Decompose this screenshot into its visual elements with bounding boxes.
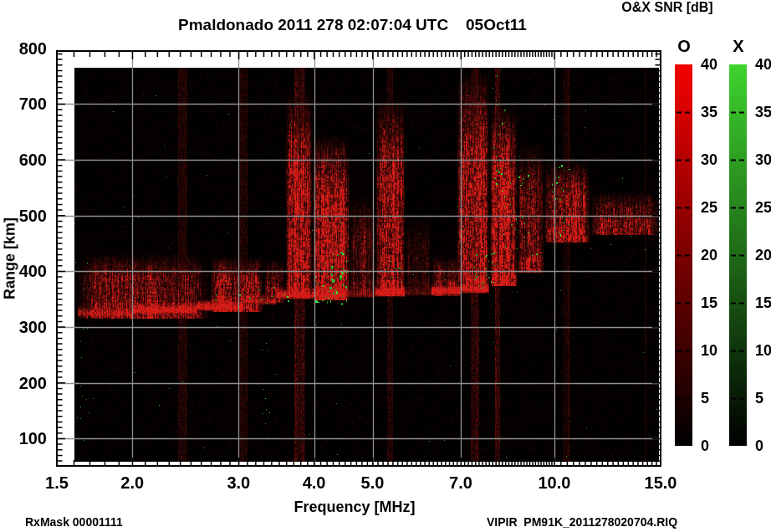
colorbar-o-tick-label: 30: [701, 151, 738, 169]
colorbar-o-tick-label: 0: [701, 437, 738, 455]
x-tick-label: 7.0: [449, 473, 472, 492]
colorbar-o-tick-label: 40: [701, 55, 738, 74]
y-tick-label: 400: [8, 262, 47, 280]
ionogram-plot-page: Pmaldonado 2011 278 02:07:04 UTC 05Oct11…: [0, 0, 771, 532]
x-tick-label: 4.0: [303, 473, 326, 492]
plot-date: 05Oct11: [466, 16, 527, 34]
y-tick-label: 100: [8, 429, 47, 448]
colorbar-o-tick-label: 5: [701, 389, 738, 407]
x-tick-label: 1.5: [45, 473, 69, 492]
x-axis-title: Frequency [MHz]: [294, 499, 415, 516]
ionogram-canvas: [0, 0, 771, 532]
plot-title: Pmaldonado 2011 278 02:07:04 UTC: [178, 16, 448, 34]
y-axis-title: Range [km]: [2, 217, 19, 299]
x-tick-label: 5.0: [361, 473, 385, 492]
y-tick-label: 300: [8, 318, 47, 336]
colorbar-o-tick-label: 25: [701, 198, 738, 217]
x-tick-label: 10.0: [538, 473, 570, 492]
colorbar-x-tick-label: 35: [755, 103, 771, 121]
colorbar-o-tick-label: 35: [701, 103, 738, 121]
colorbar-o-title: O: [677, 37, 691, 56]
colorbar-x-tick-label: 40: [755, 55, 771, 74]
y-tick-label: 700: [8, 95, 47, 113]
colorbar-o-tick-label: 20: [701, 246, 738, 264]
colorbar-o-tick-label: 10: [701, 341, 738, 360]
colorbar-x-tick-label: 0: [755, 437, 771, 455]
y-tick-label: 500: [8, 207, 47, 225]
colorbar-x-tick-label: 30: [755, 151, 771, 169]
colorbar-o-tick-label: 15: [701, 294, 738, 312]
colorbar-x-tick-label: 20: [755, 246, 771, 264]
colorbar-header: O&X SNR [dB]: [621, 0, 712, 15]
colorbar-x-tick-label: 10: [755, 341, 771, 360]
x-tick-label: 3.0: [227, 473, 250, 492]
y-tick-label: 600: [8, 151, 47, 169]
footer-filename: VIPIR PM91K_2011278020704.RIQ: [487, 515, 677, 529]
footer-rxmask: RxMask 00001111: [25, 515, 123, 529]
colorbar-x-tick-label: 5: [755, 389, 771, 407]
x-tick-label: 2.0: [120, 473, 144, 492]
x-tick-label: 15.0: [645, 473, 677, 492]
y-tick-label: 800: [8, 39, 47, 58]
colorbar-x-tick-label: 15: [755, 294, 771, 312]
y-tick-label: 200: [8, 374, 47, 392]
colorbar-x-title: X: [733, 37, 743, 56]
colorbar-x-tick-label: 25: [755, 198, 771, 217]
